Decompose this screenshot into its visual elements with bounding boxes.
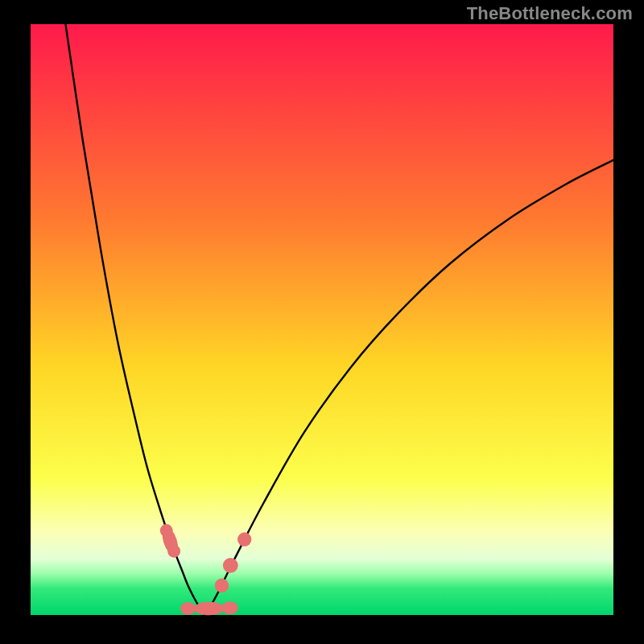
outer-frame: { "watermark": "TheBottleneck.com", "cha…	[0, 0, 644, 644]
marker-3	[215, 579, 229, 592]
marker-7	[194, 602, 225, 616]
chart-canvas	[0, 0, 644, 644]
gradient-plot-area	[31, 24, 613, 615]
marker-4	[223, 558, 238, 573]
marker-6	[180, 602, 196, 615]
marker-5	[237, 532, 251, 546]
marker-8	[221, 601, 237, 614]
watermark-text: TheBottleneck.com	[467, 3, 633, 24]
